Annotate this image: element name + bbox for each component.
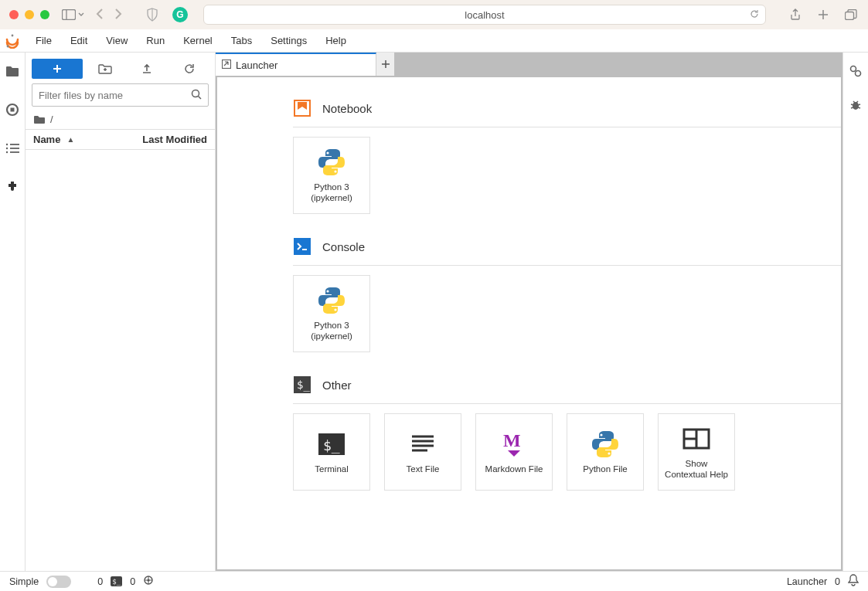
svg-line-42 xyxy=(858,104,860,105)
section-title-other: Other xyxy=(322,379,352,392)
svg-point-39 xyxy=(856,71,861,76)
jupyter-logo-icon[interactable] xyxy=(5,33,20,49)
markdown-icon: M xyxy=(499,429,529,460)
svg-rect-0 xyxy=(63,10,76,20)
running-sessions-icon[interactable] xyxy=(3,100,22,119)
property-inspector-icon[interactable] xyxy=(846,62,865,80)
status-active-tab[interactable]: Launcher xyxy=(787,576,827,587)
launcher-card-python-file[interactable]: Python File xyxy=(567,413,644,491)
menu-help[interactable]: Help xyxy=(318,32,354,49)
status-right-count[interactable]: 0 xyxy=(835,576,840,587)
text-file-icon xyxy=(407,429,438,460)
kernels-count[interactable]: 0 xyxy=(130,576,135,587)
shield-icon[interactable] xyxy=(145,7,160,22)
menu-edit[interactable]: Edit xyxy=(63,32,95,49)
menu-run[interactable]: Run xyxy=(138,32,172,49)
notifications-icon[interactable] xyxy=(848,574,859,589)
card-label: Markdown File xyxy=(482,464,546,475)
filter-files-input-wrap xyxy=(32,83,209,107)
svg-rect-16 xyxy=(223,59,231,68)
python-icon xyxy=(316,147,347,178)
maximize-window[interactable] xyxy=(40,10,49,19)
new-launcher-button[interactable] xyxy=(32,59,83,79)
lsp-status-icon[interactable] xyxy=(143,575,154,588)
file-browser-icon[interactable] xyxy=(3,62,22,80)
tab-launcher[interactable]: Launcher xyxy=(216,53,376,76)
refresh-icon[interactable] xyxy=(170,63,209,74)
svg-point-5 xyxy=(7,45,9,47)
launcher-card-contextual-help[interactable]: Show Contextual Help xyxy=(658,413,735,491)
launcher-card-markdown[interactable]: M Markdown File xyxy=(475,413,553,491)
svg-line-44 xyxy=(858,107,860,108)
new-tab-button[interactable] xyxy=(376,53,395,76)
svg-rect-20 xyxy=(294,238,311,255)
extensions-icon[interactable] xyxy=(3,178,22,196)
launcher-card-textfile[interactable]: Text File xyxy=(384,413,461,491)
search-icon xyxy=(191,89,202,102)
svg-line-43 xyxy=(851,107,853,108)
tabs-overview-icon[interactable] xyxy=(843,7,859,22)
svg-point-10 xyxy=(6,148,8,149)
svg-point-19 xyxy=(334,171,336,173)
grammarly-icon[interactable]: G xyxy=(172,7,188,22)
upload-icon[interactable] xyxy=(128,63,166,74)
launcher-panel: Notebook Python 3 (ipykernel) xyxy=(217,77,841,569)
svg-line-45 xyxy=(853,101,855,103)
right-property-rail xyxy=(842,53,868,571)
filter-files-input[interactable] xyxy=(39,90,191,101)
terminal-icon: $_ xyxy=(316,429,347,460)
simple-mode-toggle[interactable] xyxy=(46,576,71,588)
card-label: Python File xyxy=(580,464,631,475)
launcher-tab-icon xyxy=(222,59,231,71)
tab-launcher-label: Launcher xyxy=(236,59,277,71)
new-tab-plus-icon[interactable] xyxy=(815,7,831,22)
menu-file[interactable]: File xyxy=(28,32,60,49)
menu-kernel[interactable]: Kernel xyxy=(175,32,220,49)
launcher-card-console-python3[interactable]: Python 3 (ipykernel) xyxy=(293,275,370,352)
toc-icon[interactable] xyxy=(3,139,22,158)
share-icon[interactable] xyxy=(788,7,803,22)
terminal-status-icon[interactable]: $_ xyxy=(111,576,122,586)
launcher-card-notebook-python3[interactable]: Python 3 (ipykernel) xyxy=(293,137,370,214)
svg-point-38 xyxy=(851,66,856,72)
new-folder-icon[interactable] xyxy=(86,63,124,74)
terminals-count[interactable]: 0 xyxy=(97,576,103,587)
address-bar[interactable]: localhost xyxy=(203,5,766,25)
svg-point-34 xyxy=(608,452,610,454)
left-activity-rail xyxy=(0,53,26,571)
sort-ascending-icon: ▲ xyxy=(66,135,74,144)
svg-point-4 xyxy=(12,34,14,36)
card-label: Text File xyxy=(403,464,443,475)
column-last-modified[interactable]: Last Modified xyxy=(142,134,207,145)
tab-strip: Launcher xyxy=(216,53,842,76)
python-icon xyxy=(316,285,347,316)
sidebar-toggle-button[interactable] xyxy=(62,9,84,20)
nav-forward-button[interactable] xyxy=(114,8,123,22)
svg-line-15 xyxy=(199,96,202,99)
card-label: Terminal xyxy=(311,464,351,475)
reload-icon[interactable] xyxy=(750,9,759,21)
browser-chrome: G localhost xyxy=(0,0,868,29)
nav-back-button[interactable] xyxy=(95,8,104,22)
breadcrumb-root[interactable]: / xyxy=(50,114,53,125)
menu-settings[interactable]: Settings xyxy=(263,32,315,49)
svg-point-40 xyxy=(853,102,859,110)
file-list-header: Name ▲ Last Modified xyxy=(26,129,215,150)
minimize-window[interactable] xyxy=(25,10,34,19)
svg-line-46 xyxy=(856,101,858,103)
traffic-lights xyxy=(9,10,49,19)
svg-text:M: M xyxy=(503,430,521,450)
svg-point-8 xyxy=(6,144,8,145)
jupyter-menu-bar: File Edit View Run Kernel Tabs Settings … xyxy=(0,29,868,53)
column-name[interactable]: Name ▲ xyxy=(33,134,142,145)
contextual-help-icon xyxy=(681,423,712,454)
close-window[interactable] xyxy=(9,10,19,19)
launcher-card-terminal[interactable]: $_ Terminal xyxy=(293,413,370,491)
menu-view[interactable]: View xyxy=(98,32,135,49)
svg-point-33 xyxy=(600,433,602,436)
svg-point-22 xyxy=(326,290,328,293)
menu-tabs[interactable]: Tabs xyxy=(223,32,260,49)
debugger-icon[interactable] xyxy=(846,96,865,114)
breadcrumb[interactable]: / xyxy=(26,110,215,129)
svg-point-14 xyxy=(192,90,199,97)
